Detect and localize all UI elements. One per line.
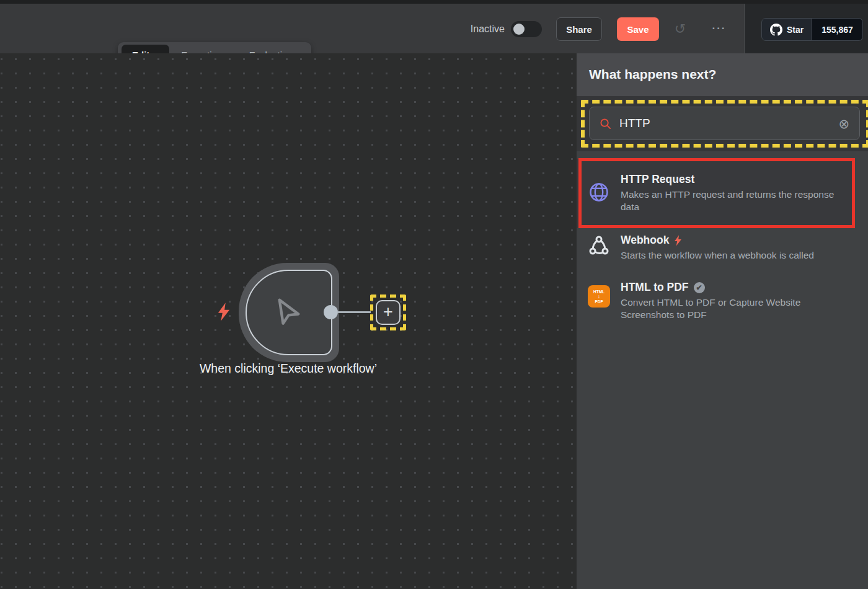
search-section: HTTP ⊗	[577, 96, 868, 151]
node-item-description: Convert HTML to PDF or Capture Website S…	[621, 296, 839, 321]
trigger-node-label[interactable]: When clicking ‘Execute workflow’	[164, 360, 412, 378]
pdf-icon-arrow: ↓	[598, 294, 601, 299]
github-star-count[interactable]: 155,867	[812, 18, 863, 41]
node-item-title: HTML to PDF	[621, 280, 689, 294]
toggle-knob-icon	[513, 24, 525, 35]
node-search-input[interactable]: HTTP ⊗	[589, 107, 860, 140]
clear-search-icon[interactable]: ⊗	[838, 117, 849, 130]
github-star-label: Star	[787, 25, 804, 35]
node-item-html-to-pdf[interactable]: HTML ↓ PDF HTML to PDF ✔ Convert HTML to…	[577, 280, 868, 321]
node-item-description: Makes an HTTP request and returns the re…	[621, 188, 839, 213]
manual-trigger-node[interactable]	[246, 270, 332, 355]
github-star-button[interactable]: Star	[761, 18, 812, 41]
node-item-title: HTTP Request	[621, 172, 694, 187]
github-logo-icon	[770, 24, 782, 36]
active-toggle[interactable]	[511, 21, 542, 37]
globe-icon	[588, 181, 610, 203]
github-star-widget[interactable]: Star 155,867	[761, 18, 863, 41]
add-node-highlight: +	[370, 294, 406, 330]
history-icon[interactable]: ↺	[671, 20, 689, 38]
share-button[interactable]: Share	[556, 17, 602, 41]
workflow-canvas[interactable]: + When clicking ‘Execute workflow’	[0, 53, 577, 589]
node-item-http-request[interactable]: HTTP Request Makes an HTTP request and r…	[577, 159, 854, 228]
node-picker-panel: What happens next? HTTP ⊗ HTTP Request M…	[577, 53, 868, 589]
panel-title: What happens next?	[589, 67, 716, 82]
search-input-value[interactable]: HTTP	[619, 117, 838, 130]
pdf-icon-text: PDF	[595, 299, 603, 304]
node-item-title: Webhook	[621, 233, 669, 247]
webhook-icon	[588, 234, 610, 257]
panel-header: What happens next?	[577, 53, 868, 96]
trigger-bolt-icon	[674, 235, 682, 246]
cursor-icon	[272, 296, 306, 329]
trigger-bolt-icon	[217, 303, 231, 321]
more-options-icon[interactable]: ···	[707, 20, 732, 38]
verified-badge-icon: ✔	[694, 282, 705, 293]
topbar-divider	[744, 4, 745, 53]
html-pdf-icon: HTML ↓ PDF	[588, 285, 610, 308]
connection-line	[338, 311, 371, 313]
node-output-connector[interactable]	[324, 305, 338, 319]
workflow-status-label: Inactive	[466, 22, 505, 37]
search-icon	[600, 118, 611, 130]
node-item-description: Starts the workflow when a webhook is ca…	[621, 249, 814, 262]
save-button[interactable]: Save	[617, 17, 659, 41]
node-item-webhook[interactable]: Webhook Starts the workflow when a webho…	[577, 233, 868, 262]
add-node-button[interactable]: +	[376, 300, 401, 325]
